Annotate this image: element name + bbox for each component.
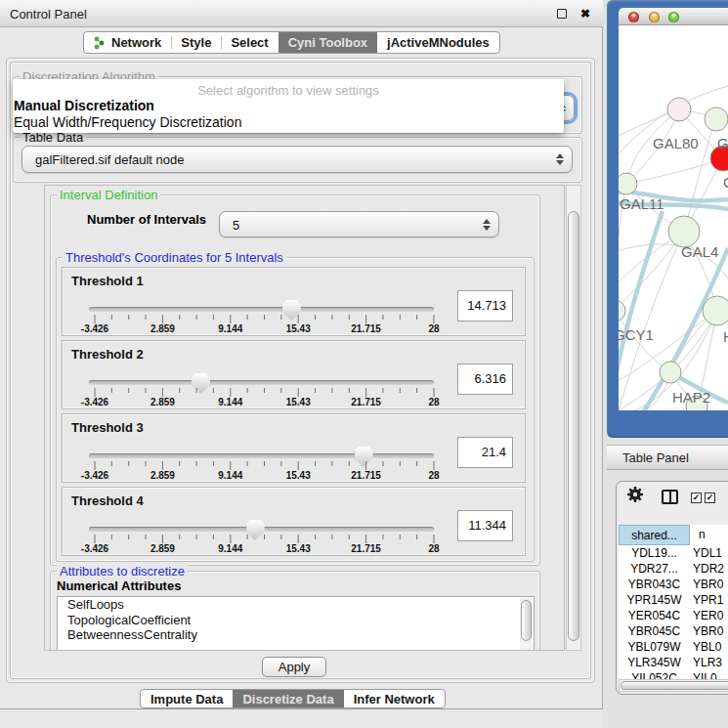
column-header-name[interactable]: n — [691, 525, 728, 545]
tick-label: 2.859 — [150, 543, 175, 554]
gear-icon[interactable] — [626, 486, 644, 503]
intervals-value: 5 — [233, 217, 239, 232]
tick-label: 15.43 — [286, 323, 311, 334]
network-node — [703, 296, 728, 325]
network-node — [619, 300, 625, 321]
threshold-value-field[interactable]: 6.316 — [457, 364, 513, 395]
tab-infer-network[interactable]: Infer Network — [344, 690, 445, 707]
table-panel-title: Table Panel — [622, 450, 689, 465]
tick-label: -3.426 — [81, 470, 108, 481]
tick-label: 9.144 — [218, 397, 242, 407]
tick-label: -3.426 — [81, 397, 108, 407]
tick-label: 21.715 — [351, 323, 381, 334]
threshold-slider[interactable] — [89, 307, 434, 312]
column-header-shared[interactable]: shared... — [619, 525, 690, 545]
threshold-slider[interactable] — [89, 453, 434, 458]
node-table[interactable]: shared...nYDL19...YDL1YDR27...YDR2YBR043… — [619, 525, 728, 692]
table-cell[interactable]: YBR043C — [619, 577, 690, 592]
combo-stepper-icon — [556, 153, 563, 165]
table-cell[interactable]: YBL079W — [619, 639, 690, 655]
threshold-label: Threshold 2 — [71, 347, 144, 362]
attribute-item[interactable]: SelfLoops — [58, 597, 534, 613]
threshold-value-field[interactable]: 21.4 — [457, 437, 513, 468]
settings-scroll-viewport: Interval Definition Number of Intervals … — [44, 185, 565, 651]
tick-label: 2.859 — [150, 397, 175, 407]
tab-select[interactable]: Select — [221, 32, 278, 53]
tick-label: 9.144 — [218, 470, 242, 481]
tab-cyni-toolbox[interactable]: Cyni Toolbox — [278, 32, 377, 53]
tick-label: 21.715 — [351, 543, 381, 554]
tick-label: 15.43 — [286, 543, 311, 554]
tick-label: 9.144 — [218, 323, 242, 334]
table-cell[interactable]: YLR3 — [693, 655, 728, 670]
table-cell[interactable]: YLR345W — [619, 655, 690, 670]
tab-impute-data[interactable]: Impute Data — [141, 690, 233, 707]
tick-label: 28 — [428, 397, 439, 407]
table-cell[interactable]: YPR1 — [693, 592, 728, 608]
interval-definition-title: Interval Definition — [57, 188, 160, 202]
network-node — [667, 98, 691, 121]
close-traffic-light[interactable] — [628, 12, 639, 22]
bottom-tabs: Impute DataDiscretize DataInfer Network — [140, 689, 446, 708]
numerical-attributes-label: Numerical Attributes — [57, 578, 181, 593]
threshold-slider[interactable] — [89, 380, 434, 385]
numerical-attributes-list[interactable]: SelfLoopsTopologicalCoefficientBetweenne… — [57, 596, 535, 651]
dropdown-option-manual[interactable]: Manual Discretization — [14, 98, 154, 113]
tab-style[interactable]: Style — [171, 32, 221, 53]
attribute-item[interactable]: TopologicalCoefficient — [58, 613, 534, 628]
table-cell[interactable]: YER0 — [693, 608, 728, 623]
table-cell[interactable]: YBR0 — [693, 577, 728, 592]
minimize-traffic-light[interactable] — [649, 12, 660, 22]
checkbox-icon[interactable]: ✓ — [691, 492, 702, 503]
table-cell[interactable]: YDL1 — [693, 545, 728, 561]
main-scrollbar[interactable] — [566, 185, 581, 651]
table-cell[interactable]: YDL19... — [619, 545, 690, 561]
network-node — [619, 173, 637, 194]
tab-jactivemnodules[interactable]: jActiveMNodules — [377, 32, 499, 53]
table-cell[interactable]: YPR145W — [619, 592, 690, 608]
tick-label: 9.144 — [218, 543, 242, 554]
network-canvas[interactable]: GAL80G.CGAL11GAL4GCY1HHAP2 — [619, 25, 728, 410]
float-icon[interactable] — [557, 9, 567, 19]
tick-label: 15.43 — [286, 470, 311, 481]
tick-label: 28 — [428, 543, 439, 554]
split-view-icon[interactable] — [662, 490, 678, 504]
table-cell[interactable]: YER054C — [619, 608, 690, 623]
tick-label: 15.43 — [286, 397, 311, 407]
network-node — [705, 107, 728, 131]
threshold-panel: Threshold 3-3.4262.8599.14415.4321.71528… — [62, 413, 526, 483]
threshold-value-field[interactable]: 14.713 — [457, 290, 513, 321]
attributes-group-title: Attributes to discretize — [57, 564, 188, 578]
tick-label: -3.426 — [81, 543, 108, 554]
table-cell[interactable]: YBR0 — [693, 623, 728, 639]
table-cell[interactable]: YDR27... — [619, 561, 690, 577]
threshold-value-field[interactable]: 11.344 — [457, 510, 513, 541]
table-panel-container: ✓ ✓ shared...nYDL19...YDL1YDR27...YDR2YB… — [616, 481, 728, 695]
threshold-label: Threshold 1 — [71, 274, 144, 288]
node-label: GAL11 — [620, 195, 664, 212]
tab-network[interactable]: Network — [84, 32, 171, 53]
dropdown-option-equal-width[interactable]: Equal Width/Frequency Discretization — [14, 114, 241, 130]
attribute-item[interactable]: BetweennessCentrality — [58, 627, 534, 643]
network-node — [660, 362, 681, 383]
table-cell[interactable]: YBL0 — [693, 639, 728, 655]
apply-button[interactable]: Apply — [262, 657, 326, 677]
table-cell[interactable]: YBR045C — [619, 623, 690, 639]
close-icon[interactable]: ✖ — [580, 7, 590, 21]
threshold-panel: Threshold 4-3.4262.8599.14415.4321.71528… — [62, 487, 526, 556]
tick-label: 2.859 — [150, 323, 175, 334]
table-panel-header: Table Panel — [607, 445, 728, 470]
number-of-intervals-combobox[interactable]: 5 — [219, 211, 499, 237]
table-hscrollbar[interactable] — [619, 679, 728, 692]
tab-discretize-data[interactable]: Discretize Data — [233, 690, 343, 707]
number-of-intervals-label: Number of Intervals — [87, 212, 206, 227]
attributes-scrollbar[interactable] — [520, 598, 533, 651]
table-cell[interactable]: YDR2 — [693, 561, 728, 577]
table-data-combobox[interactable]: galFiltered.sif default node — [21, 146, 573, 173]
tick-label: 28 — [428, 323, 439, 334]
combo-stepper-icon — [483, 219, 490, 231]
checkbox-icon[interactable]: ✓ — [705, 492, 715, 503]
zoom-traffic-light[interactable] — [668, 12, 679, 22]
threshold-panel: Threshold 1-3.4262.8599.14415.4321.71528… — [62, 267, 526, 336]
table-toolbar: ✓ ✓ — [617, 482, 728, 525]
